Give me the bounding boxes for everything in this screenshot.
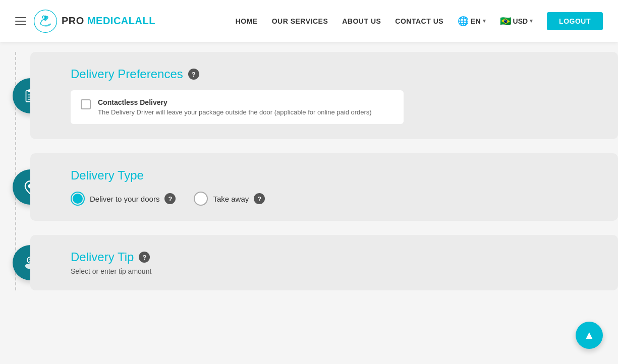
contactless-desc: The Delivery Driver will leave your pack… [98, 108, 372, 116]
logo: PRO MEDICALALL [33, 9, 155, 33]
delivery-tip-help-icon[interactable]: ? [139, 252, 150, 263]
delivery-preferences-title: Delivery Preferences ? [71, 67, 598, 81]
delivery-tip-section: $ Delivery Tip ? Select or enter tip amo… [30, 235, 618, 290]
delivery-tip-card: Delivery Tip ? Select or enter tip amoun… [30, 235, 618, 290]
logo-text: PRO MEDICALALL [62, 15, 155, 27]
currency-label: USD [513, 17, 528, 25]
deliver-door-help-icon[interactable]: ? [164, 193, 176, 204]
navbar-right: HOME OUR SERVICES ABOUT US CONTACT US 🌐 … [236, 12, 603, 30]
deliver-door-radio-fill [73, 194, 83, 204]
delivery-preferences-section: Delivery Preferences ? Contactless Deliv… [30, 52, 618, 139]
takeaway-label: Take away [213, 195, 249, 203]
nav-contact[interactable]: CONTACT US [395, 17, 443, 25]
hamburger-menu[interactable] [15, 17, 26, 25]
logout-button[interactable]: LOGOUT [547, 12, 603, 30]
delivery-type-title: Delivery Type [71, 168, 598, 183]
delivery-type-options: Deliver to your doors ? Take away ? [71, 192, 598, 206]
deliver-door-radio[interactable] [71, 192, 85, 206]
contactless-label: Contactless Delivery [98, 98, 372, 106]
delivery-preferences-help-icon[interactable]: ? [188, 69, 199, 80]
nav-about[interactable]: ABOUT US [342, 17, 381, 25]
logo-icon [33, 9, 58, 33]
lang-chevron-icon: ▾ [483, 18, 486, 24]
deliver-to-door-option[interactable]: Deliver to your doors ? [71, 192, 176, 206]
delivery-tip-title: Delivery Tip ? [71, 250, 598, 264]
nav-home[interactable]: HOME [236, 17, 258, 25]
navbar: PRO MEDICALALL HOME OUR SERVICES ABOUT U… [0, 0, 618, 42]
delivery-type-section: Delivery Type Deliver to your doors ? [30, 153, 618, 221]
takeaway-option[interactable]: Take away ? [194, 192, 265, 206]
language-selector[interactable]: 🌐 EN ▾ [458, 16, 485, 27]
lang-label: EN [471, 17, 480, 25]
currency-chevron-icon: ▾ [530, 18, 533, 24]
navbar-left: PRO MEDICALALL [15, 9, 155, 33]
contactless-checkbox[interactable] [81, 99, 91, 109]
lang-flag-icon: 🌐 [458, 16, 469, 27]
delivery-type-body: Delivery Type Deliver to your doors ? [71, 168, 598, 206]
nav-services[interactable]: OUR SERVICES [272, 17, 328, 25]
takeaway-help-icon[interactable]: ? [254, 193, 265, 204]
currency-selector[interactable]: 🇧🇷 USD ▾ [500, 16, 533, 27]
takeaway-radio[interactable] [194, 192, 208, 206]
currency-flag-icon: 🇧🇷 [500, 16, 511, 27]
delivery-tip-body: Delivery Tip ? Select or enter tip amoun… [71, 250, 598, 275]
contactless-delivery-box: Contactless Delivery The Delivery Driver… [71, 90, 404, 124]
delivery-tip-desc: Select or enter tip amount [71, 267, 598, 275]
delivery-type-card: Delivery Type Deliver to your doors ? [30, 153, 618, 221]
deliver-door-label: Deliver to your doors [90, 195, 159, 203]
page-wrapper: Delivery Preferences ? Contactless Deliv… [0, 52, 618, 290]
contactless-text: Contactless Delivery The Delivery Driver… [98, 98, 372, 116]
delivery-preferences-card: Delivery Preferences ? Contactless Deliv… [30, 52, 618, 139]
delivery-preferences-body: Delivery Preferences ? Contactless Deliv… [71, 67, 598, 124]
